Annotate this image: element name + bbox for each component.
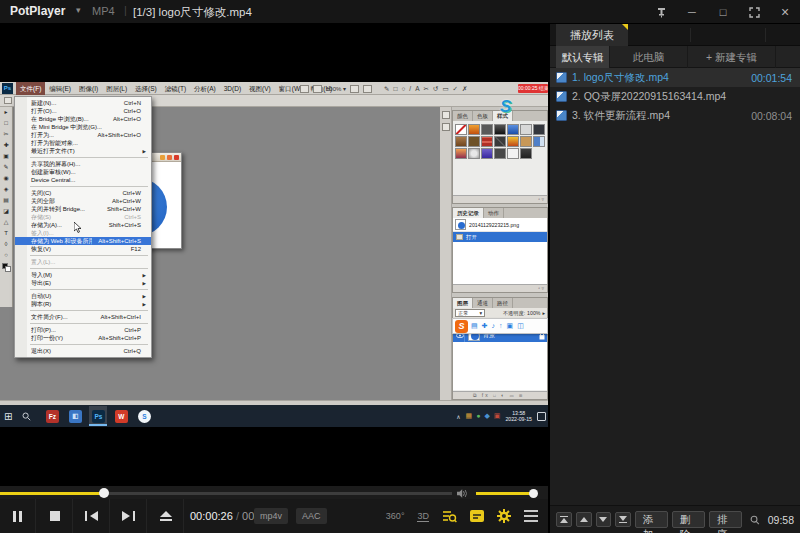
style-swatch[interactable] xyxy=(468,124,480,135)
recorder-tool-icon[interactable]: ↑ xyxy=(499,319,503,333)
panel-tab[interactable]: 通道 xyxy=(473,298,493,308)
ps-zoom-level[interactable]: 100% ▾ xyxy=(326,85,346,92)
file-menu-item[interactable]: 创建新审核(W)... xyxy=(15,168,151,176)
ps-tool-icon[interactable]: ▤ xyxy=(3,195,9,206)
file-menu-item[interactable] xyxy=(30,289,148,290)
tab-default-album[interactable]: 默认专辑 xyxy=(556,46,610,68)
ps-menu-item[interactable]: 图像(I) xyxy=(75,82,102,95)
playlist-item[interactable]: 2. QQ录屏20220915163414.mp4 xyxy=(550,87,800,106)
notification-center-icon[interactable] xyxy=(537,412,546,421)
ps-menu-item[interactable]: 3D(D) xyxy=(220,82,245,95)
style-swatch[interactable] xyxy=(481,124,493,135)
blend-mode-select[interactable]: 正常▾ xyxy=(455,309,485,317)
annotation-tool-icon[interactable]: / xyxy=(409,82,411,95)
file-menu-item[interactable]: 文件简介(F)... Alt+Shift+Ctrl+I xyxy=(15,313,151,321)
taskbar-app-icon[interactable]: Ps xyxy=(89,406,107,426)
close-button[interactable]: × xyxy=(778,0,792,24)
style-swatch[interactable] xyxy=(520,124,532,135)
taskbar-search-icon[interactable] xyxy=(22,412,31,421)
settings-gear-icon[interactable] xyxy=(497,509,511,523)
move-up-button[interactable] xyxy=(576,512,592,527)
seek-track[interactable] xyxy=(0,492,452,495)
minimize-button[interactable]: ─ xyxy=(685,0,699,24)
file-menu-item[interactable] xyxy=(30,323,148,324)
windows-start-icon[interactable]: ⊞ xyxy=(4,411,12,422)
doc-close-button[interactable] xyxy=(174,155,179,160)
file-menu-item[interactable]: 最近打开文件(T) ▶ xyxy=(15,147,151,155)
doc-minimize-button[interactable] xyxy=(160,155,165,160)
ps-tool-icon[interactable]: ✚ xyxy=(3,140,8,151)
style-swatch[interactable] xyxy=(507,136,519,147)
maximize-button[interactable]: □ xyxy=(716,0,730,24)
seek-thumb[interactable] xyxy=(99,488,109,498)
volume-speaker-icon[interactable] xyxy=(457,489,469,498)
ps-tool-icon[interactable]: △ xyxy=(4,217,9,228)
ps-tool-icon[interactable]: ◪ xyxy=(3,206,9,217)
annotation-tool-icon[interactable]: ✗ xyxy=(462,82,467,95)
pause-button[interactable] xyxy=(0,499,36,533)
style-swatch[interactable] xyxy=(520,136,532,147)
add-button[interactable]: 添加 xyxy=(635,511,668,528)
annotation-tool-icon[interactable]: ▭ xyxy=(442,82,448,95)
recorder-tool-icon[interactable]: ◫ xyxy=(517,319,524,333)
ps-dock-icon[interactable] xyxy=(442,123,450,131)
annotation-tool-icon[interactable]: ✓ xyxy=(453,82,458,95)
style-swatch[interactable] xyxy=(468,148,480,159)
ps-bridge-icon[interactable] xyxy=(300,85,309,93)
style-swatch[interactable] xyxy=(455,148,467,159)
playlist-item[interactable]: 1. logo尺寸修改.mp4 00:01:54 xyxy=(550,68,800,87)
ps-menu-item[interactable]: 分析(A) xyxy=(190,82,220,95)
style-swatch[interactable] xyxy=(494,136,506,147)
style-swatch[interactable] xyxy=(481,136,493,147)
tab-this-pc[interactable]: 此电脑 xyxy=(610,46,688,68)
ps-tool-icon[interactable]: ○ xyxy=(4,250,8,261)
recorder-tool-icon[interactable]: ▣ xyxy=(507,319,514,333)
ps-menu-item[interactable]: 选择(S) xyxy=(131,82,161,95)
file-menu-item[interactable] xyxy=(30,186,148,187)
file-menu-item[interactable]: 打印一份(Y) Alt+Shift+Ctrl+P xyxy=(15,334,151,342)
file-menu-item[interactable]: 退出(X) Ctrl+Q xyxy=(15,347,151,355)
file-menu-item[interactable]: 恢复(V) F12 xyxy=(15,245,151,253)
menu-hamburger-icon[interactable] xyxy=(524,510,538,522)
file-menu-item[interactable] xyxy=(30,255,148,256)
ps-menu-item[interactable]: 编辑(E) xyxy=(45,82,75,95)
tray-icon[interactable]: ▦ xyxy=(466,405,473,427)
ps-minibridge-icon[interactable] xyxy=(313,85,322,93)
file-menu-item[interactable] xyxy=(30,344,148,345)
ps-menu-item[interactable]: 视图(V) xyxy=(245,82,275,95)
app-menu-button[interactable]: PotPlayer xyxy=(10,4,65,18)
sort-button[interactable]: 排序 xyxy=(709,511,742,528)
style-swatch[interactable] xyxy=(494,148,506,159)
style-swatch[interactable] xyxy=(455,124,467,135)
move-top-button[interactable] xyxy=(556,512,572,527)
playlist-find-icon[interactable] xyxy=(750,514,760,526)
style-swatch[interactable] xyxy=(468,136,480,147)
video-display-area[interactable]: Ps 文件(F)编辑(E)图像(I)图层(L)选择(S)滤镜(T)分析(A)3D… xyxy=(0,24,548,485)
ps-arrange-docs-icon[interactable] xyxy=(350,85,359,93)
doc-maximize-button[interactable] xyxy=(167,155,172,160)
annotation-tool-icon[interactable]: ✎ xyxy=(384,82,389,95)
pin-icon[interactable] xyxy=(654,7,668,18)
ps-dock-icon[interactable] xyxy=(442,111,450,119)
tab-playlist[interactable]: 播放列表 xyxy=(556,24,628,46)
ps-tool-icon[interactable]: ▸ xyxy=(4,107,7,118)
video-360-button[interactable]: 360° xyxy=(386,511,405,521)
recorder-tool-icon[interactable]: ▤ xyxy=(471,319,478,333)
file-menu-item[interactable] xyxy=(30,157,148,158)
tray-icon[interactable]: ◆ xyxy=(484,405,489,427)
taskbar-app-icon[interactable]: W xyxy=(112,406,130,426)
taskbar-app-icon[interactable]: Fz xyxy=(43,406,61,426)
history-snapshot-row[interactable]: 20141129223215.png xyxy=(453,218,547,232)
volume-track[interactable] xyxy=(476,492,534,495)
history-state-row[interactable]: 打开 xyxy=(453,232,547,242)
ps-color-chips[interactable] xyxy=(2,263,11,272)
playlist-search-icon[interactable] xyxy=(442,510,457,523)
move-down-button[interactable] xyxy=(596,512,612,527)
delete-button[interactable]: 删除 xyxy=(672,511,705,528)
panel-tab[interactable]: 色板 xyxy=(473,111,493,121)
style-swatch[interactable] xyxy=(520,148,532,159)
stop-button[interactable] xyxy=(37,499,73,533)
annotation-tool-icon[interactable]: ↺ xyxy=(433,82,438,95)
panel-tab[interactable]: 历史记录 xyxy=(453,208,484,218)
ps-tool-icon[interactable]: ◈ xyxy=(4,184,9,195)
